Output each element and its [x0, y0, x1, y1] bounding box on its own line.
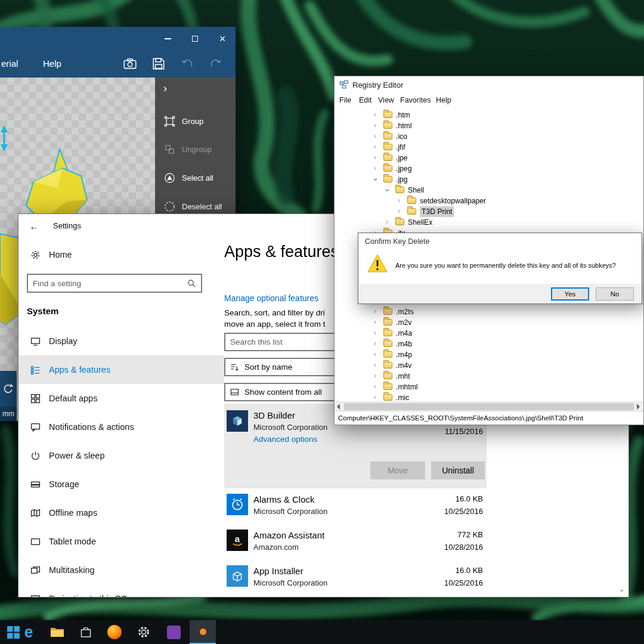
tree-item[interactable]: ›.jpeg [335, 163, 643, 174]
menu-file[interactable]: File [339, 96, 351, 104]
sidebar-item-apps-features[interactable]: Apps & features [18, 355, 224, 384]
scroll-right-arrow[interactable] [637, 404, 640, 410]
uninstall-button[interactable]: Uninstall [431, 462, 485, 479]
find-setting-searchbox[interactable] [27, 274, 202, 293]
select-all-icon [164, 172, 175, 184]
scroll-left-arrow[interactable] [337, 404, 340, 410]
app-row-alarms-clock[interactable]: Alarms & Clock Microsoft Corporation 16.… [224, 490, 487, 523]
scrollbar-down-arrow[interactable]: › [617, 585, 627, 596]
find-setting-input[interactable] [28, 279, 187, 288]
taskbar-settings-button[interactable] [131, 620, 157, 644]
tree-item[interactable]: ›.m4v [335, 360, 643, 371]
tree-item[interactable]: ›.m2ts [335, 306, 643, 317]
sidebar-item-multitasking[interactable]: Multitasking [18, 556, 224, 584]
taskbar-edge-button[interactable]: e [16, 620, 42, 644]
tree-item-t3d-print[interactable]: ›T3D Print [335, 206, 643, 217]
ungroup-button[interactable]: Ungroup [155, 137, 236, 162]
menu-favorites[interactable]: Favorites [400, 96, 431, 104]
folder-icon [383, 362, 392, 369]
collapse-chevron-icon[interactable]: › [370, 176, 380, 183]
sidebar-item-notifications[interactable]: Notifications & actions [18, 413, 224, 441]
group-button[interactable]: Group [155, 109, 236, 134]
back-button[interactable]: ← [24, 218, 44, 234]
collapse-chevron-icon[interactable]: › [382, 187, 392, 194]
tree-item[interactable]: ›.mhtml [335, 382, 643, 392]
tree-item[interactable]: ›.m4p [335, 349, 643, 360]
taskbar-app-purple-button[interactable] [160, 620, 187, 644]
folder-icon [407, 208, 416, 215]
tree-item-jpg[interactable]: ›.jpg [335, 174, 643, 185]
sidebar-item-projecting[interactable]: Projecting to this PC [18, 584, 224, 597]
tree-item-shell[interactable]: ›Shell [335, 185, 643, 196]
expand-chevron-icon[interactable]: › [371, 349, 379, 360]
sidebar-item-tablet-mode[interactable]: Tablet mode [18, 527, 224, 556]
panel-collapse-chevron-icon[interactable]: › [163, 82, 167, 95]
menu-help[interactable]: Help [43, 58, 61, 69]
expand-chevron-icon[interactable]: › [371, 360, 379, 371]
taskbar-app-active-button[interactable] [190, 620, 216, 644]
expand-chevron-icon[interactable]: › [371, 153, 379, 163]
manage-optional-features-link[interactable]: Manage optional features [224, 293, 318, 303]
rotate-view-button[interactable] [0, 371, 17, 407]
tree-item[interactable]: ›.ico [335, 131, 643, 142]
tree-item[interactable]: ›.m2v [335, 317, 643, 328]
sidebar-item-display[interactable]: Display [18, 327, 224, 355]
expand-chevron-icon[interactable]: › [371, 339, 379, 349]
tree-item[interactable]: ›.mht [335, 371, 643, 382]
minimize-button[interactable] [154, 27, 181, 51]
taskbar-firefox-button[interactable] [101, 620, 128, 644]
builder-titlebar[interactable]: × [0, 27, 236, 51]
tree-item[interactable]: ›.html [335, 120, 643, 131]
menu-edit[interactable]: Edit [359, 96, 372, 104]
expand-chevron-icon[interactable]: › [371, 392, 379, 401]
expand-chevron-icon[interactable]: › [395, 196, 402, 206]
tree-item[interactable]: ›.m4b [335, 339, 643, 349]
expand-chevron-icon[interactable]: › [371, 110, 379, 120]
redo-icon[interactable] [209, 57, 223, 71]
no-button[interactable]: No [596, 287, 634, 301]
advanced-options-link[interactable]: Advanced options [253, 435, 317, 444]
scrollbar-thumb[interactable] [344, 403, 634, 410]
expand-chevron-icon[interactable]: › [371, 163, 379, 174]
app-row-app-installer[interactable]: App Installer Microsoft Corporation 16.0… [224, 561, 487, 595]
horizontal-scrollbar[interactable] [335, 401, 643, 411]
yes-button[interactable]: Yes [551, 287, 589, 301]
menu-material-partial[interactable]: erial [1, 58, 18, 69]
expand-chevron-icon[interactable]: › [371, 131, 379, 142]
menu-help[interactable]: Help [436, 96, 451, 104]
menu-view[interactable]: View [378, 96, 394, 104]
expand-chevron-icon[interactable]: › [371, 306, 379, 317]
undo-icon[interactable] [180, 57, 194, 71]
camera-icon[interactable] [123, 57, 137, 71]
expand-chevron-icon[interactable]: › [371, 120, 379, 131]
units-indicator[interactable]: mm [0, 407, 17, 421]
taskbar-file-explorer-button[interactable] [44, 620, 70, 644]
close-button[interactable]: × [209, 27, 236, 51]
sidebar-item-default-apps[interactable]: Default apps [18, 384, 224, 413]
expand-chevron-icon[interactable]: › [371, 382, 379, 392]
tree-item[interactable]: ›.m4a [335, 328, 643, 339]
tree-item-setdesktopwallpaper[interactable]: ›setdesktopwallpaper [335, 196, 643, 206]
expand-chevron-icon[interactable]: › [371, 328, 379, 339]
sidebar-item-offline-maps[interactable]: Offline maps [18, 499, 224, 527]
tree-item[interactable]: ›.jfif [335, 142, 643, 153]
registry-titlebar[interactable]: Registry Editor [335, 76, 643, 93]
tree-item[interactable]: ›.htm [335, 110, 643, 120]
select-all-button[interactable]: Select all [155, 165, 236, 190]
move-button[interactable]: Move [370, 462, 425, 479]
app-row-amazon-assistant[interactable]: a Amazon Assistant Amazon.com 772 KB 10/… [224, 525, 487, 559]
tree-item[interactable]: ›.mic [335, 392, 643, 401]
tree-item[interactable]: ›.jpe [335, 153, 643, 163]
expand-chevron-icon[interactable]: › [383, 217, 391, 228]
taskbar-store-button[interactable] [73, 620, 99, 644]
expand-chevron-icon[interactable]: › [395, 206, 402, 217]
maximize-button[interactable] [181, 27, 209, 51]
sidebar-item-power-sleep[interactable]: Power & sleep [18, 441, 224, 470]
expand-chevron-icon[interactable]: › [371, 371, 379, 382]
save-icon[interactable] [151, 57, 166, 71]
expand-chevron-icon[interactable]: › [371, 142, 379, 153]
tree-item-shellex[interactable]: ›ShellEx [335, 217, 643, 228]
sidebar-item-home[interactable]: Home [18, 244, 224, 265]
expand-chevron-icon[interactable]: › [371, 317, 379, 328]
sidebar-item-storage[interactable]: Storage [18, 470, 224, 499]
